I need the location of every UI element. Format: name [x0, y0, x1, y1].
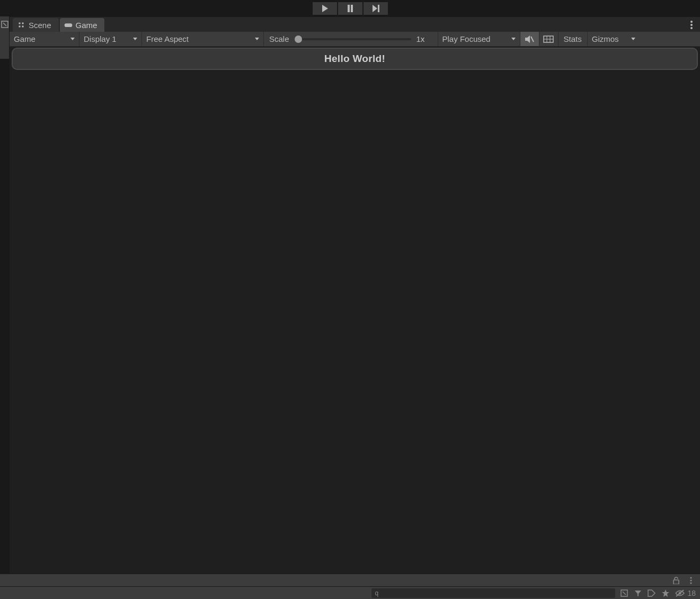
svg-marker-25	[662, 589, 669, 597]
scale-value: 1x	[417, 34, 432, 43]
panel-menu-button[interactable]	[686, 576, 696, 585]
game-toolbar: Game Display 1 Free Aspect Scale 1x Play…	[10, 32, 700, 47]
chevron-down-icon	[511, 38, 516, 40]
left-dock-stub	[0, 16, 10, 59]
svg-point-11	[690, 21, 693, 23]
console-star-icon[interactable]	[661, 588, 670, 598]
svg-point-22	[690, 579, 692, 581]
svg-line-15	[531, 37, 534, 42]
tabstrip: Scene Game	[10, 17, 700, 32]
svg-rect-4	[378, 5, 379, 12]
hierarchy-peek-icon[interactable]	[1, 21, 8, 28]
maximize-icon[interactable]	[619, 588, 629, 598]
play-button[interactable]	[313, 2, 337, 15]
svg-rect-6	[19, 23, 21, 24]
scale-control: Scale 1x	[264, 32, 438, 46]
tab-scene[interactable]: Scene	[13, 18, 59, 32]
svg-rect-7	[22, 23, 24, 24]
game-viewport[interactable]: Hello World!	[10, 47, 700, 574]
gizmos-dropdown[interactable]: Gizmos	[588, 32, 640, 46]
gizmos-dropdown-label: Gizmos	[592, 34, 619, 43]
console-bar: q 18	[0, 586, 700, 599]
hello-world-text: Hello World!	[324, 53, 385, 65]
svg-point-13	[690, 27, 693, 29]
tab-scene-label: Scene	[29, 21, 51, 30]
chevron-down-icon	[631, 38, 635, 40]
scale-label: Scale	[269, 34, 289, 43]
svg-rect-20	[674, 580, 679, 584]
svg-point-12	[690, 24, 693, 26]
chevron-down-icon	[70, 38, 75, 40]
display-dropdown[interactable]: Display 1	[79, 32, 142, 46]
svg-point-21	[690, 577, 692, 578]
stats-button[interactable]: Stats	[559, 32, 588, 46]
mute-audio-button[interactable]	[520, 32, 539, 46]
display-dropdown-label: Display 1	[84, 34, 117, 43]
pause-button[interactable]	[338, 2, 362, 15]
scene-icon	[17, 22, 25, 28]
game-panel: Scene Game Game Display 1 Free Aspect Sc…	[10, 16, 700, 574]
step-button[interactable]	[364, 2, 388, 15]
play-mode-dropdown-label: Play Focused	[442, 34, 491, 43]
gamepad-icon	[64, 22, 73, 28]
panel-footer	[0, 574, 700, 586]
scale-slider-thumb[interactable]	[295, 35, 302, 43]
console-search-input[interactable]: q	[371, 588, 615, 598]
tab-menu-button[interactable]	[686, 18, 697, 32]
aspect-dropdown-label: Free Aspect	[146, 34, 189, 43]
game-mode-dropdown[interactable]: Game	[10, 32, 79, 46]
aspect-dropdown[interactable]: Free Aspect	[142, 32, 264, 46]
hidden-objects-indicator[interactable]: 18	[675, 589, 696, 597]
svg-rect-1	[348, 5, 350, 12]
svg-rect-8	[19, 26, 21, 28]
console-tag-icon[interactable]	[647, 588, 657, 598]
lock-icon[interactable]	[671, 576, 681, 585]
console-filter-icon[interactable]	[633, 588, 643, 598]
eye-off-icon	[675, 589, 685, 597]
svg-rect-2	[351, 5, 353, 12]
svg-point-23	[690, 582, 692, 584]
play-mode-dropdown[interactable]: Play Focused	[438, 32, 520, 46]
hidden-objects-count: 18	[687, 589, 696, 597]
svg-rect-9	[22, 26, 24, 28]
vsync-button[interactable]	[539, 32, 559, 46]
playbar	[0, 0, 700, 16]
svg-marker-0	[322, 5, 328, 12]
chevron-down-icon	[255, 38, 259, 40]
svg-marker-14	[525, 35, 530, 43]
game-mode-dropdown-label: Game	[14, 34, 36, 43]
scale-slider[interactable]	[295, 38, 411, 40]
svg-marker-3	[373, 5, 377, 12]
stats-button-label: Stats	[564, 34, 582, 43]
tab-game-label: Game	[76, 21, 98, 30]
tab-game[interactable]: Game	[60, 18, 105, 32]
hello-world-button[interactable]: Hello World!	[12, 48, 698, 70]
console-search-placeholder: q	[375, 589, 378, 597]
chevron-down-icon	[133, 38, 137, 40]
svg-rect-10	[64, 23, 72, 27]
